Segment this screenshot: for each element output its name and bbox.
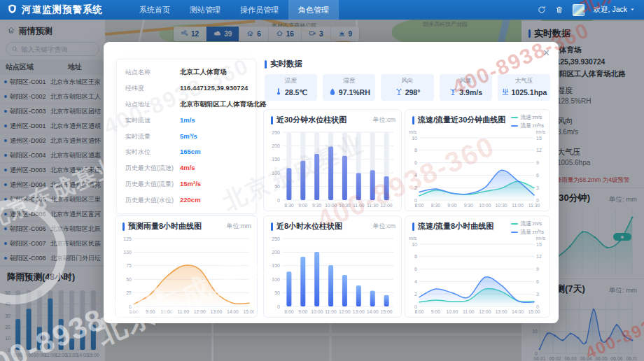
realtime-data-section: 实时数据 温度28.5℃湿度97.1%RH风向298°风速3.9m/s大气压10…	[265, 59, 550, 105]
trash-icon[interactable]	[555, 6, 564, 14]
nav-item-2[interactable]: 操作员管理	[230, 0, 288, 20]
svg-text:8:00: 8:00	[414, 203, 424, 208]
svg-text:15: 15	[536, 242, 542, 247]
chart-title: 近30分钟水位柱状图	[276, 115, 346, 125]
field-value: 220cm	[180, 196, 201, 204]
svg-text:11:30: 11:30	[367, 203, 379, 208]
realtime-title: 实时数据	[270, 59, 302, 69]
svg-text:14:00: 14:00	[227, 309, 239, 314]
rain-8h-card: 预测雨量8小时曲线图 单位:mm 02550751001258:009:0010…	[115, 215, 258, 318]
wind-speed-icon	[449, 86, 457, 99]
svg-text:15:00: 15:00	[528, 309, 540, 314]
station-field: 实时流速1m/s	[125, 116, 247, 125]
chart-unit: 单位:cm	[373, 222, 396, 231]
station-field: 历史最大值(流速)4m/s	[125, 164, 247, 173]
svg-text:12: 12	[536, 148, 542, 153]
svg-text:200: 200	[272, 250, 280, 255]
station-field: 站点名称北京工人体育场	[125, 68, 247, 77]
stat-value: 3.9m/s	[459, 88, 482, 97]
svg-text:2: 2	[414, 292, 417, 297]
field-value: 116.447125,39.930724	[180, 84, 248, 92]
field-value: 5m³/s	[180, 132, 197, 140]
legend-item: 流速:m/s	[511, 220, 544, 227]
svg-text:0: 0	[414, 304, 417, 309]
svg-text:6: 6	[414, 267, 417, 271]
station-field: 经纬度116.447125,39.930724	[125, 84, 247, 93]
svg-text:11:00: 11:00	[512, 203, 524, 208]
top-navbar: 河道监测预警系统 系统首页测站管理操作员管理角色管理 欢迎, Jack	[0, 0, 644, 20]
svg-text:8:00: 8:00	[129, 309, 138, 314]
station-field: 实时流量5m³/s	[125, 132, 247, 141]
close-icon[interactable]: ✕	[542, 48, 550, 58]
svg-text:9:00: 9:00	[298, 309, 307, 314]
app-title: 河道监测预警系统	[22, 3, 103, 16]
svg-text:100: 100	[272, 171, 280, 176]
flow-8h-card: 流速/流量8小时曲线图 流速:m/s流量:m³/s 02468100369121…	[405, 215, 550, 318]
field-label: 历史最大值(流速)	[125, 164, 180, 173]
svg-text:10:00: 10:00	[479, 203, 491, 208]
user-menu[interactable]: 欢迎, Jack	[594, 5, 636, 15]
svg-text:0: 0	[536, 198, 539, 203]
svg-text:11:00: 11:00	[325, 309, 337, 314]
svg-text:9:00: 9:00	[431, 309, 440, 314]
svg-text:150: 150	[272, 157, 280, 162]
svg-text:9: 9	[536, 267, 539, 271]
field-value: 4m/s	[180, 164, 195, 171]
avatar[interactable]	[573, 4, 584, 16]
field-value: 1m/s	[180, 116, 195, 124]
stat-label: 大气压	[515, 77, 533, 85]
nav-item-3[interactable]: 角色管理	[288, 0, 339, 20]
svg-text:0: 0	[129, 304, 132, 309]
refresh-icon[interactable]	[538, 6, 546, 14]
field-label: 历史最大值(流量)	[125, 180, 180, 189]
svg-text:8:00: 8:00	[284, 309, 293, 314]
svg-text:0: 0	[414, 198, 417, 203]
pressure-icon	[501, 86, 510, 99]
svg-text:2: 2	[414, 185, 417, 190]
flow-8h-chart: 024681003691215m/sm³/s8:009:0010:0011:00…	[408, 234, 547, 316]
svg-text:13:00: 13:00	[353, 309, 365, 314]
title-bar-accent	[122, 222, 125, 231]
svg-text:9:30: 9:30	[312, 203, 321, 208]
svg-text:12:00: 12:00	[381, 203, 393, 208]
svg-text:3: 3	[536, 185, 539, 190]
svg-text:8: 8	[414, 254, 417, 259]
flow-30min-chart: 024681003691215m/sm³/s8:008:309:009:3010…	[408, 128, 547, 209]
nav-item-0[interactable]: 系统首页	[130, 0, 180, 20]
svg-text:8: 8	[414, 148, 417, 153]
svg-text:200: 200	[272, 143, 280, 148]
svg-text:0: 0	[536, 304, 539, 309]
field-value: 15m³/s	[180, 180, 201, 187]
svg-text:15:00: 15:00	[243, 309, 254, 314]
svg-text:10: 10	[412, 242, 417, 247]
stat-label: 湿度	[343, 77, 355, 85]
svg-text:11:00: 11:00	[463, 309, 475, 314]
svg-text:15: 15	[536, 136, 542, 141]
station-detail-modal: ✕ 站点名称北京工人体育场经纬度116.447125,39.930724站点地址…	[104, 42, 559, 323]
svg-text:9:30: 9:30	[464, 203, 473, 208]
realtime-stat-card: 温度28.5℃	[265, 74, 317, 101]
svg-text:m³/s: m³/s	[536, 129, 545, 134]
chart-title: 预测雨量8小时曲线图	[128, 221, 202, 232]
stat-label: 风速	[460, 77, 472, 85]
nav-item-1[interactable]: 测站管理	[180, 0, 230, 20]
svg-text:50: 50	[274, 184, 280, 189]
svg-text:12:00: 12:00	[194, 309, 206, 314]
chart-unit: 单位:cm	[373, 115, 396, 125]
stat-value: 28.5℃	[285, 88, 307, 97]
svg-text:6: 6	[414, 160, 417, 165]
svg-text:m/s: m/s	[409, 129, 417, 134]
station-field: 实时水位165cm	[125, 148, 247, 157]
svg-text:100: 100	[123, 250, 132, 255]
svg-text:15:00: 15:00	[381, 309, 393, 314]
svg-text:10:30: 10:30	[339, 203, 351, 208]
station-field: 历史最大值(水位)220cm	[125, 196, 247, 205]
svg-text:14:00: 14:00	[512, 309, 524, 314]
app: 奥林匹克森林公园 朝来高科技产业园 123961639 雨情预测 站点区域 地址…	[0, 0, 644, 361]
svg-text:9:00: 9:00	[447, 203, 456, 208]
svg-text:0: 0	[277, 304, 280, 309]
title-bar-accent	[265, 60, 267, 69]
water-level-30min-chart: 0501001502002508:309:009:3010:0010:3011:…	[267, 128, 398, 209]
svg-text:25: 25	[126, 290, 132, 295]
svg-text:9: 9	[536, 160, 539, 165]
